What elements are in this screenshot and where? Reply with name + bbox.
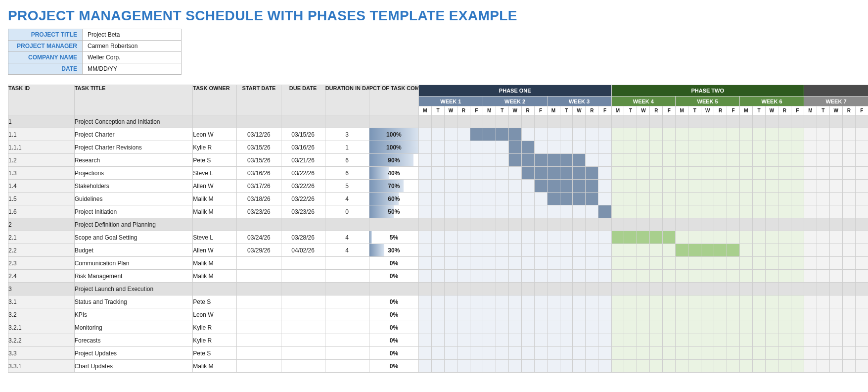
gantt-cell[interactable] — [508, 270, 521, 283]
gantt-cell[interactable] — [598, 360, 611, 373]
gantt-cell[interactable] — [676, 270, 688, 283]
gantt-cell[interactable] — [791, 115, 804, 128]
gantt-cell[interactable] — [547, 154, 560, 167]
gantt-cell[interactable] — [611, 244, 624, 257]
gantt-cell[interactable] — [573, 141, 586, 154]
gantt-cell[interactable] — [663, 283, 676, 295]
gantt-cell[interactable] — [573, 308, 586, 321]
gantt-cell[interactable] — [637, 321, 650, 334]
gantt-cell[interactable] — [521, 347, 534, 360]
cell-due-date[interactable]: 03/16/26 — [281, 141, 325, 154]
gantt-cell[interactable] — [611, 257, 624, 270]
cell-task-title[interactable]: Forecasts — [74, 334, 193, 347]
gantt-cell[interactable] — [419, 115, 432, 128]
gantt-cell[interactable] — [688, 283, 701, 295]
gantt-cell[interactable] — [444, 193, 457, 205]
gantt-cell[interactable] — [714, 308, 727, 321]
gantt-cell[interactable] — [560, 141, 573, 154]
gantt-cell[interactable] — [457, 180, 470, 193]
gantt-cell[interactable] — [740, 308, 753, 321]
gantt-cell[interactable] — [508, 231, 521, 244]
gantt-cell[interactable] — [521, 193, 534, 205]
gantt-cell[interactable] — [483, 360, 496, 373]
gantt-cell[interactable] — [791, 283, 804, 295]
gantt-cell[interactable] — [765, 128, 778, 141]
gantt-cell[interactable] — [470, 180, 483, 193]
gantt-cell[interactable] — [586, 231, 598, 244]
gantt-cell[interactable] — [765, 308, 778, 321]
gantt-cell[interactable] — [829, 360, 842, 373]
gantt-cell[interactable] — [496, 270, 508, 283]
gantt-cell[interactable] — [650, 115, 663, 128]
cell-task-owner[interactable]: Leon W — [193, 128, 237, 141]
gantt-cell[interactable] — [817, 141, 829, 154]
gantt-cell[interactable] — [547, 321, 560, 334]
gantt-cell[interactable] — [560, 347, 573, 360]
gantt-cell[interactable] — [727, 115, 740, 128]
gantt-cell[interactable] — [496, 231, 508, 244]
cell-duration[interactable]: 4 — [325, 231, 369, 244]
gantt-cell[interactable] — [727, 347, 740, 360]
gantt-cell[interactable] — [752, 347, 765, 360]
gantt-cell[interactable] — [791, 308, 804, 321]
gantt-cell[interactable] — [457, 321, 470, 334]
cell-start-date[interactable] — [237, 115, 281, 128]
cell-task-id[interactable]: 1.4 — [8, 180, 75, 193]
gantt-cell[interactable] — [765, 167, 778, 180]
gantt-cell[interactable] — [650, 231, 663, 244]
cell-due-date[interactable] — [281, 308, 325, 321]
gantt-cell[interactable] — [470, 270, 483, 283]
cell-due-date[interactable]: 04/02/26 — [281, 244, 325, 257]
cell-pct[interactable]: 100% — [369, 128, 418, 141]
cell-duration[interactable]: 1 — [325, 141, 369, 154]
gantt-cell[interactable] — [508, 218, 521, 231]
cell-due-date[interactable] — [281, 218, 325, 231]
gantt-cell[interactable] — [663, 321, 676, 334]
cell-due-date[interactable]: 03/28/26 — [281, 231, 325, 244]
gantt-cell[interactable] — [714, 180, 727, 193]
gantt-cell[interactable] — [650, 167, 663, 180]
gantt-cell[interactable] — [457, 244, 470, 257]
gantt-cell[interactable] — [727, 205, 740, 218]
gantt-cell[interactable] — [611, 115, 624, 128]
gantt-cell[interactable] — [701, 154, 714, 167]
gantt-cell[interactable] — [534, 154, 547, 167]
gantt-cell[interactable] — [483, 205, 496, 218]
meta-value-project-title[interactable]: Project Beta — [83, 29, 182, 41]
gantt-cell[interactable] — [598, 154, 611, 167]
gantt-cell[interactable] — [842, 283, 855, 295]
gantt-cell[interactable] — [752, 308, 765, 321]
gantt-cell[interactable] — [817, 334, 829, 347]
gantt-cell[interactable] — [508, 244, 521, 257]
cell-task-title[interactable]: Monitoring — [74, 321, 193, 334]
gantt-cell[interactable] — [752, 128, 765, 141]
gantt-cell[interactable] — [419, 231, 432, 244]
gantt-cell[interactable] — [637, 154, 650, 167]
gantt-cell[interactable] — [470, 308, 483, 321]
gantt-cell[interactable] — [508, 347, 521, 360]
gantt-cell[interactable] — [419, 180, 432, 193]
gantt-cell[interactable] — [650, 154, 663, 167]
gantt-cell[interactable] — [855, 244, 868, 257]
gantt-cell[interactable] — [855, 193, 868, 205]
gantt-cell[interactable] — [598, 193, 611, 205]
gantt-cell[interactable] — [650, 321, 663, 334]
gantt-cell[interactable] — [701, 347, 714, 360]
gantt-cell[interactable] — [470, 347, 483, 360]
cell-task-id[interactable]: 2.3 — [8, 257, 75, 270]
gantt-cell[interactable] — [663, 180, 676, 193]
gantt-cell[interactable] — [727, 334, 740, 347]
gantt-cell[interactable] — [419, 244, 432, 257]
gantt-cell[interactable] — [855, 218, 868, 231]
gantt-cell[interactable] — [560, 257, 573, 270]
gantt-cell[interactable] — [611, 321, 624, 334]
gantt-cell[interactable] — [483, 128, 496, 141]
gantt-cell[interactable] — [829, 218, 842, 231]
gantt-cell[interactable] — [791, 257, 804, 270]
gantt-cell[interactable] — [714, 347, 727, 360]
gantt-cell[interactable] — [496, 244, 508, 257]
gantt-cell[interactable] — [663, 218, 676, 231]
gantt-cell[interactable] — [714, 218, 727, 231]
gantt-cell[interactable] — [676, 231, 688, 244]
meta-value-project-manager[interactable]: Carmen Robertson — [83, 41, 182, 52]
